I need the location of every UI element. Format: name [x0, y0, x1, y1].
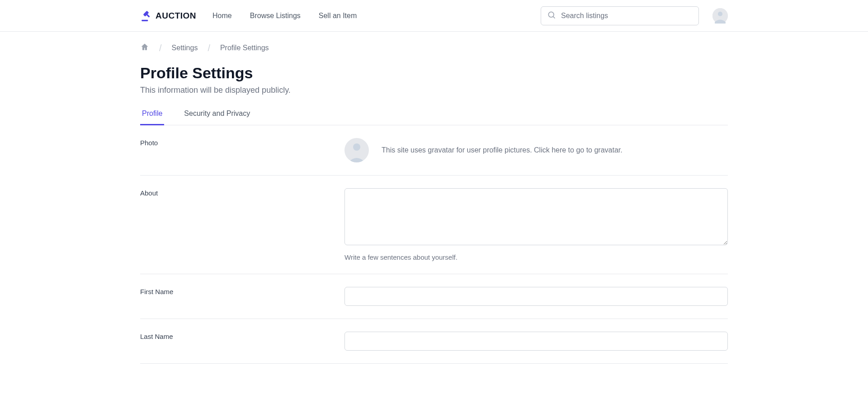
breadcrumb-home[interactable] [140, 43, 149, 53]
page-subtitle: This information will be displayed publi… [140, 86, 728, 95]
brand-logo[interactable]: AUCTION [140, 10, 196, 22]
gravatar-link[interactable]: This site uses gravatar for user profile… [382, 146, 623, 154]
nav-home[interactable]: Home [212, 12, 232, 20]
svg-rect-1 [146, 14, 150, 17]
breadcrumb-separator: / [159, 43, 162, 53]
brand-name: AUCTION [156, 11, 196, 21]
about-textarea[interactable] [344, 188, 728, 245]
svg-rect-2 [142, 19, 148, 21]
tab-profile[interactable]: Profile [140, 105, 164, 125]
svg-point-7 [353, 143, 360, 151]
first-name-input[interactable] [344, 287, 728, 306]
person-icon [344, 138, 369, 162]
last-name-label: Last Name [140, 332, 344, 351]
main-content: / Settings / Profile Settings Profile Se… [131, 32, 737, 364]
primary-nav: Home Browse Listings Sell an Item [212, 12, 357, 20]
photo-label: Photo [140, 138, 344, 162]
settings-tabs: Profile Security and Privacy [140, 105, 728, 125]
photo-section: Photo This site uses gravatar for user p… [140, 125, 728, 176]
tab-security-privacy[interactable]: Security and Privacy [182, 105, 252, 125]
about-help-text: Write a few sentences about yourself. [344, 253, 728, 261]
breadcrumb-settings[interactable]: Settings [172, 44, 198, 52]
search-input[interactable] [541, 6, 699, 25]
last-name-section: Last Name [140, 319, 728, 364]
first-name-label: First Name [140, 287, 344, 306]
breadcrumb-current[interactable]: Profile Settings [220, 44, 269, 52]
site-header: AUCTION Home Browse Listings Sell an Ite… [0, 0, 868, 32]
first-name-section: First Name [140, 274, 728, 319]
svg-point-6 [718, 11, 722, 16]
user-avatar[interactable] [712, 8, 728, 24]
profile-photo-placeholder [344, 138, 369, 162]
nav-sell-item[interactable]: Sell an Item [319, 12, 357, 20]
about-section: About Write a few sentences about yourse… [140, 176, 728, 274]
about-label: About [140, 188, 344, 261]
search-wrapper [541, 6, 699, 25]
page-title: Profile Settings [140, 64, 728, 82]
last-name-input[interactable] [344, 332, 728, 351]
home-icon [140, 43, 149, 52]
gavel-icon [140, 10, 152, 22]
breadcrumb-separator: / [208, 43, 210, 53]
breadcrumb: / Settings / Profile Settings [140, 32, 728, 62]
nav-browse-listings[interactable]: Browse Listings [250, 12, 301, 20]
